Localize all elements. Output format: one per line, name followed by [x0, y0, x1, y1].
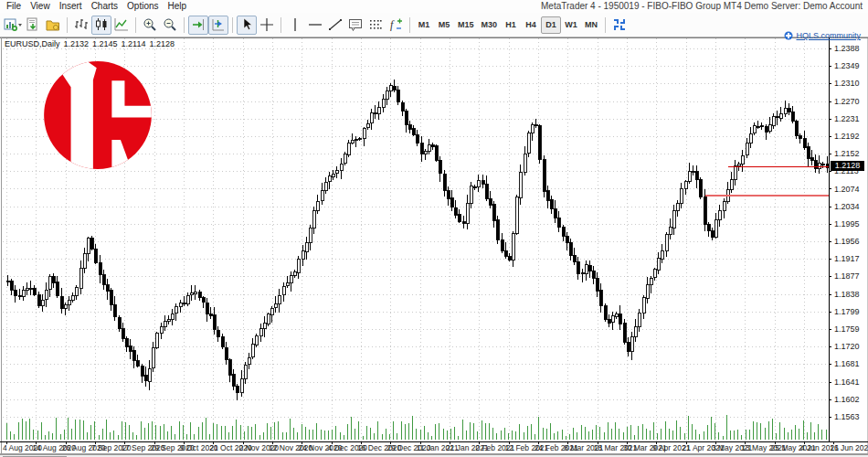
toolbar-separator — [232, 17, 233, 33]
toolbar-separator — [135, 17, 136, 33]
price-tick-label: 1.1759 — [834, 324, 865, 334]
menu-charts[interactable]: Charts — [87, 1, 122, 11]
window-title: MetaTrader 4 - 1950019 - FIBO-FIBO Group… — [541, 1, 863, 11]
price-tick-label: 1.1799 — [834, 307, 865, 316]
svg-text:f: f — [390, 18, 395, 31]
menu-file[interactable]: File — [2, 1, 26, 11]
ohlc-high: 1.2145 — [92, 39, 118, 48]
timeframe-m1[interactable]: M1 — [414, 16, 434, 34]
new-chart-icon[interactable] — [3, 16, 23, 35]
timeframe-mn[interactable]: MN — [581, 16, 601, 34]
timeframe-m5[interactable]: M5 — [434, 16, 454, 34]
timeframe-h4[interactable]: H4 — [521, 16, 541, 34]
price-tick-label: 1.2310 — [834, 79, 865, 88]
price-tick-label: 1.2074 — [834, 185, 865, 194]
date-tick-label: 16 Jun 2021 — [830, 443, 868, 452]
toolbar: fM1M5M15M30H1H4D1W1MN HQLS.community — [0, 13, 868, 37]
toolbar-separator — [605, 17, 606, 33]
ohlc-close: 1.2128 — [149, 39, 175, 48]
vertical-line-icon[interactable] — [285, 16, 305, 35]
cursor-icon[interactable] — [237, 16, 257, 35]
chart-ohlc-label: EURUSD,Daily1.21321.21451.21141.2128 — [5, 39, 178, 48]
title-bar: FileViewInsertChartsOptionsHelp MetaTrad… — [0, 0, 868, 13]
price-tick-label: 1.1602 — [834, 395, 865, 404]
bar-chart-icon[interactable] — [71, 16, 91, 35]
timeframe-d1[interactable]: D1 — [541, 16, 561, 34]
timeframe-m15[interactable]: M15 — [454, 16, 478, 34]
line-chart-icon[interactable] — [111, 16, 132, 35]
hqls-community-link[interactable]: HQLS.community — [796, 31, 861, 40]
timeframe-h1[interactable]: H1 — [501, 16, 521, 34]
price-tick-label: 1.1995 — [834, 219, 865, 228]
price-tick-label: 1.1681 — [834, 359, 865, 368]
price-tick-label: 1.2231 — [834, 114, 865, 123]
indicators-icon[interactable]: f — [386, 16, 406, 35]
price-tick-label: 1.1838 — [834, 290, 865, 299]
text-label-icon[interactable] — [345, 16, 365, 35]
tile-windows-icon[interactable] — [609, 16, 630, 35]
menu-help[interactable]: Help — [164, 1, 192, 11]
toolbar-separator — [281, 17, 281, 33]
price-tick-label: 1.2034 — [834, 202, 865, 211]
price-tick-label: 1.1563 — [834, 412, 865, 421]
price-tick-label: 1.2192 — [834, 132, 865, 141]
crosshair-icon[interactable] — [257, 16, 277, 35]
menu-options[interactable]: Options — [122, 1, 163, 11]
price-tick-label: 1.1877 — [834, 271, 865, 281]
candlestick-chart-icon[interactable] — [91, 16, 111, 35]
mt4-window: EURUSD,Daily1.21321.21451.21141.2128 1.2… — [0, 0, 868, 457]
fibo-group-logo — [39, 57, 156, 174]
ohlc-open: 1.2132 — [64, 39, 90, 48]
fibo-logo-mark — [39, 57, 156, 174]
price-tick-label: 1.1917 — [834, 254, 865, 263]
toolbar-separator — [67, 17, 68, 33]
current-price-badge: 1.2128 — [831, 161, 864, 171]
chart-window: EURUSD,Daily1.21321.21451.21141.2128 1.2… — [0, 0, 868, 457]
price-tick-label: 1.2388 — [834, 44, 865, 53]
trendline-icon[interactable] — [325, 16, 345, 35]
price-tick-label: 1.2349 — [834, 61, 865, 70]
chart-shift-icon[interactable] — [208, 16, 228, 35]
price-tick-label: 1.1720 — [834, 342, 865, 351]
hqls-icon — [784, 31, 793, 40]
chart-symbol-period: EURUSD,Daily — [5, 39, 60, 48]
timeframe-w1[interactable]: W1 — [561, 16, 581, 34]
timeframe-m30[interactable]: M30 — [478, 16, 502, 34]
price-tick-label: 1.2270 — [834, 97, 865, 106]
horizontal-line-icon[interactable] — [305, 16, 325, 35]
zoom-in-icon[interactable] — [140, 16, 160, 35]
menu-insert[interactable]: Insert — [55, 1, 87, 11]
menu-bar: FileViewInsertChartsOptionsHelp — [2, 1, 191, 11]
price-tick-label: 1.1956 — [834, 237, 865, 246]
open-template-icon[interactable] — [23, 16, 43, 35]
fibonacci-icon[interactable] — [365, 16, 386, 35]
community-link-wrap: HQLS.community — [784, 31, 861, 40]
menu-view[interactable]: View — [26, 1, 55, 11]
volume-bars — [6, 415, 827, 441]
auto-scroll-icon[interactable] — [188, 16, 208, 35]
toolbar-separator — [184, 17, 185, 33]
toolbar-separator — [409, 17, 410, 33]
price-tick-label: 1.2152 — [834, 149, 865, 158]
price-tick-label: 1.1641 — [834, 377, 865, 387]
profiles-icon[interactable] — [43, 16, 63, 35]
zoom-out-icon[interactable] — [160, 16, 180, 35]
ohlc-low: 1.2114 — [122, 39, 146, 48]
